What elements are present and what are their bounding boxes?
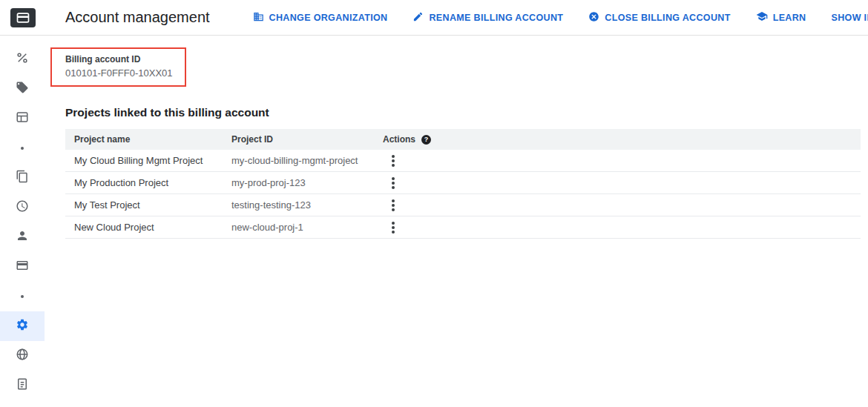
graduation-cap-icon <box>756 10 768 24</box>
learn-button[interactable]: LEARN <box>754 6 808 29</box>
projects-table: Project name Project ID Actions ? My Clo… <box>65 129 861 239</box>
left-nav <box>0 36 45 407</box>
column-header-actions: Actions ? <box>383 134 861 145</box>
table-row: My Cloud Billing Mgmt Project my-cloud-b… <box>65 150 861 172</box>
top-header: Account management CHANGE ORGANIZATION R… <box>0 0 868 36</box>
wallet-icon <box>16 12 30 24</box>
sidebar-item-transactions[interactable] <box>0 193 45 222</box>
project-name-cell: My Cloud Billing Mgmt Project <box>74 155 231 166</box>
sidebar-item-account[interactable] <box>0 222 45 252</box>
learn-label: LEARN <box>773 13 806 23</box>
table-icon <box>16 110 29 127</box>
globe-icon <box>16 348 29 364</box>
header-toolbar: CHANGE ORGANIZATION RENAME BILLING ACCOU… <box>251 6 868 29</box>
column-header-project-id: Project ID <box>231 134 383 145</box>
billing-account-id-highlight: Billing account ID 010101-F0FFF0-10XX01 <box>50 47 186 87</box>
sidebar-item-cost-table[interactable] <box>0 104 45 133</box>
clock-icon <box>16 199 29 216</box>
column-header-project-name: Project name <box>74 134 231 145</box>
close-billing-account-button[interactable]: CLOSE BILLING ACCOUNT <box>587 7 731 29</box>
project-id-cell: my-prod-proj-123 <box>231 177 383 188</box>
project-id-cell: testing-testing-123 <box>231 199 383 211</box>
close-billing-account-label: CLOSE BILLING ACCOUNT <box>605 13 730 23</box>
actions-header-label: Actions <box>383 134 415 145</box>
sidebar-item-billing-export[interactable] <box>0 163 45 193</box>
show-info-panel-label: SHOW INFO PANEL <box>832 13 868 23</box>
sidebar-item-settings-active[interactable] <box>0 311 45 341</box>
page-title: Account management <box>65 9 210 26</box>
kebab-menu-icon <box>392 204 395 207</box>
change-organization-label: CHANGE ORGANIZATION <box>269 13 388 23</box>
organization-grid-icon <box>253 11 264 24</box>
sidebar-item-payment-method[interactable] <box>0 252 45 282</box>
show-info-panel-button[interactable]: SHOW INFO PANEL <box>830 8 868 27</box>
cancel-circle-icon <box>588 11 599 24</box>
billing-account-id-label: Billing account ID <box>65 54 173 64</box>
kebab-menu-icon <box>392 182 395 185</box>
sidebar-item-more-1[interactable] <box>0 133 45 163</box>
kebab-menu-icon <box>392 159 395 162</box>
sidebar-item-discounts[interactable] <box>0 44 45 74</box>
row-actions-menu-button[interactable] <box>385 197 401 214</box>
project-id-cell: new-cloud-proj-1 <box>231 222 383 233</box>
projects-table-header: Project name Project ID Actions ? <box>65 129 861 150</box>
help-icon[interactable]: ? <box>421 135 431 145</box>
table-row: My Test Project testing-testing-123 <box>65 194 861 216</box>
rename-billing-account-label: RENAME BILLING ACCOUNT <box>429 13 563 23</box>
sidebar-item-more-2[interactable] <box>0 282 45 311</box>
project-name-cell: My Test Project <box>74 199 231 211</box>
dot-icon <box>21 295 24 298</box>
main-content: Billing account ID 010101-F0FFF0-10XX01 … <box>45 36 868 407</box>
row-actions-menu-button[interactable] <box>385 175 401 191</box>
dot-icon <box>21 147 24 150</box>
table-row: New Cloud Project new-cloud-proj-1 <box>65 216 861 239</box>
billing-account-page: Account management CHANGE ORGANIZATION R… <box>0 0 868 407</box>
copy-icon <box>16 170 29 186</box>
document-icon <box>16 377 29 394</box>
project-id-cell: my-cloud-billing-mgmt-project <box>231 155 383 166</box>
row-actions-menu-button[interactable] <box>385 219 401 236</box>
billing-logo <box>10 8 36 27</box>
project-name-cell: New Cloud Project <box>74 222 231 233</box>
row-actions-menu-button[interactable] <box>385 153 401 169</box>
sidebar-item-pricing[interactable] <box>0 74 45 104</box>
credit-card-icon <box>16 259 29 275</box>
percent-icon <box>16 51 29 67</box>
kebab-menu-icon <box>392 226 395 229</box>
billing-account-id-value: 010101-F0FFF0-10XX01 <box>65 67 173 79</box>
project-name-cell: My Production Project <box>74 177 231 188</box>
tag-icon <box>16 81 29 97</box>
table-row: My Production Project my-prod-proj-123 <box>65 172 861 194</box>
change-organization-button[interactable]: CHANGE ORGANIZATION <box>251 7 389 29</box>
sidebar-item-public[interactable] <box>0 341 45 371</box>
projects-section-heading: Projects linked to this billing account <box>65 106 861 119</box>
sidebar-item-documents[interactable] <box>0 371 45 400</box>
person-icon <box>16 229 29 245</box>
pencil-icon <box>412 11 424 24</box>
rename-billing-account-button[interactable]: RENAME BILLING ACCOUNT <box>411 7 565 29</box>
gear-icon <box>16 318 29 334</box>
